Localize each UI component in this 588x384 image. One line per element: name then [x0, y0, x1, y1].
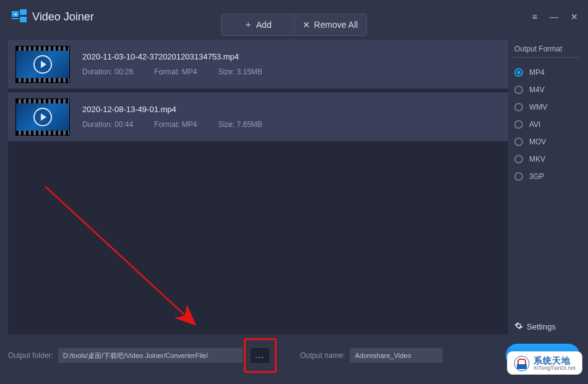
radio-icon — [514, 155, 523, 164]
add-button-label: Add — [256, 20, 272, 30]
format-option-mkv[interactable]: MKV — [513, 152, 580, 167]
plus-icon: ＋ — [244, 19, 253, 30]
main-content: 2020-11-03-10-42-3720201203134753.mp4 Du… — [8, 40, 580, 334]
video-filename: 2020-11-03-10-42-3720201203134753.mp4 — [82, 52, 262, 61]
duration-value: 00:28 — [115, 68, 133, 76]
radio-icon — [514, 68, 523, 77]
format-value: MP4 — [182, 68, 197, 76]
video-row[interactable]: 2020-12-08-13-49-01.mp4 Duration: 00:44 … — [8, 92, 508, 141]
video-info: 2020-12-08-13-49-01.mp4 Duration: 00:44 … — [82, 105, 262, 129]
size-value: 7.65MB — [236, 120, 262, 129]
video-row[interactable]: 2020-11-03-10-42-3720201203134753.mp4 Du… — [8, 40, 508, 89]
svg-text:+: + — [14, 12, 17, 17]
app-logo-icon: + — [11, 9, 27, 25]
video-list: 2020-11-03-10-42-3720201203134753.mp4 Du… — [8, 40, 508, 334]
settings-button[interactable]: Settings — [513, 318, 580, 334]
remove-all-button[interactable]: ✕ Remove All — [294, 14, 367, 35]
output-name-input[interactable] — [350, 348, 443, 363]
format-label: Format: — [154, 120, 179, 129]
video-thumbnail — [15, 98, 70, 136]
watermark-en: XiTongTianDi.net — [534, 365, 576, 371]
format-option-avi[interactable]: AVI — [513, 117, 580, 132]
size-label: Size: — [218, 120, 235, 129]
toolbar: ＋ Add ✕ Remove All — [221, 14, 367, 36]
format-label: WMV — [529, 103, 547, 111]
browse-button[interactable]: ... — [251, 348, 269, 363]
format-option-mp4[interactable]: MP4 — [513, 65, 580, 80]
duration-label: Duration: — [82, 68, 113, 76]
output-name-label: Output name: — [300, 351, 345, 360]
format-label: MP4 — [529, 68, 545, 77]
close-icon: ✕ — [303, 20, 310, 30]
output-format-list: MP4 M4V WMV AVI MOV MKV 3GP — [513, 65, 580, 184]
svg-rect-7 — [517, 364, 527, 369]
output-folder-label: Output folder: — [8, 351, 53, 360]
format-label: Format: — [154, 68, 179, 76]
radio-icon — [514, 172, 523, 181]
format-option-3gp[interactable]: 3GP — [513, 169, 580, 184]
watermark-cn: 系统天地 — [534, 356, 576, 365]
gear-icon — [514, 321, 523, 332]
format-label: AVI — [529, 120, 540, 129]
close-button[interactable]: ✕ — [568, 11, 581, 22]
bottom-bar: Output folder: ... Output name: Start — [8, 338, 580, 373]
format-value: MP4 — [182, 120, 197, 129]
add-button[interactable]: ＋ Add — [222, 14, 294, 35]
settings-label: Settings — [527, 322, 556, 331]
window-controls: ≡ — ✕ — [530, 11, 581, 22]
format-option-wmv[interactable]: WMV — [513, 100, 580, 115]
app-title: Video Joiner — [32, 11, 94, 24]
format-label: MOV — [529, 137, 546, 146]
app-logo: + Video Joiner — [11, 9, 94, 25]
video-info: 2020-11-03-10-42-3720201203134753.mp4 Du… — [82, 52, 262, 76]
svg-rect-1 — [20, 9, 27, 15]
output-folder-input[interactable] — [58, 348, 243, 363]
browse-highlight: ... — [244, 338, 277, 373]
format-label: 3GP — [529, 172, 544, 181]
format-label: MKV — [529, 155, 545, 164]
duration-label: Duration: — [82, 120, 113, 129]
radio-icon — [514, 103, 523, 111]
duration-value: 00:44 — [115, 120, 133, 129]
format-label: M4V — [529, 85, 545, 94]
output-format-title: Output Format — [513, 40, 580, 58]
format-option-m4v[interactable]: M4V — [513, 82, 580, 97]
svg-rect-3 — [20, 17, 27, 22]
menu-button[interactable]: ≡ — [530, 11, 540, 22]
radio-icon — [514, 120, 523, 129]
radio-icon — [514, 137, 523, 146]
video-filename: 2020-12-08-13-49-01.mp4 — [82, 105, 262, 114]
play-icon — [33, 55, 52, 74]
side-panel: Output Format MP4 M4V WMV AVI MOV MKV 3G… — [513, 40, 580, 334]
watermark-icon — [514, 356, 530, 372]
size-value: 3.15MB — [236, 68, 262, 76]
radio-icon — [514, 85, 523, 94]
size-label: Size: — [218, 68, 235, 76]
remove-all-button-label: Remove All — [314, 20, 358, 30]
minimize-button[interactable]: — — [547, 11, 561, 22]
play-icon — [33, 108, 52, 126]
svg-rect-2 — [12, 18, 19, 19]
format-option-mov[interactable]: MOV — [513, 134, 580, 149]
watermark: 系统天地 XiTongTianDi.net — [508, 352, 582, 374]
video-thumbnail — [15, 46, 70, 83]
